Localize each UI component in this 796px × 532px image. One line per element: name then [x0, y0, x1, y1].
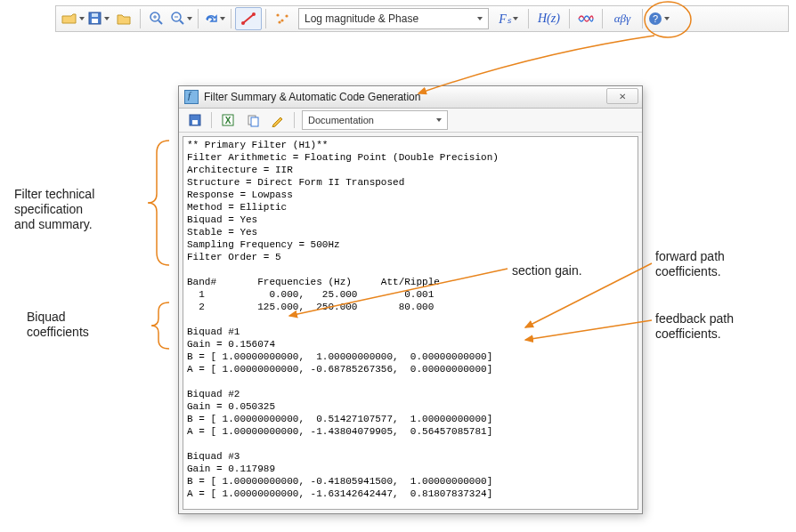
app-icon [184, 90, 199, 104]
main-toolbar: Log magnitude & Phase Fₛ H(z) αβγ ? [55, 5, 789, 32]
transfer-function-button[interactable]: H(z) [532, 8, 565, 29]
svg-point-15 [285, 14, 288, 17]
sampling-freq-button[interactable]: Fₛ [492, 8, 524, 29]
chevron-down-icon [664, 17, 670, 20]
zoom-in-icon [150, 12, 164, 26]
wave-button[interactable] [573, 8, 598, 29]
svg-rect-20 [192, 120, 198, 125]
svg-line-10 [243, 14, 254, 23]
close-button[interactable]: ✕ [606, 88, 638, 104]
doc-dropdown-label: Documentation [308, 115, 374, 125]
svg-point-13 [276, 13, 279, 16]
zoom-out-button[interactable] [169, 8, 194, 29]
greek-button[interactable]: αβγ [606, 8, 638, 29]
chevron-down-icon [79, 17, 85, 20]
annot-biquad: Biquad coefficients [27, 310, 89, 340]
browse-button[interactable] [111, 8, 136, 29]
scatter-icon [274, 12, 290, 26]
doc-dropdown[interactable]: Documentation [302, 110, 448, 130]
svg-rect-24 [251, 117, 258, 126]
svg-line-4 [158, 20, 162, 24]
line-diagonal-icon [240, 12, 256, 26]
line-tool-button[interactable] [235, 7, 262, 30]
annot-gain: section gain. [512, 263, 582, 278]
annot-fwd: forward path coefficients. [655, 249, 725, 279]
annot-spec: Filter technical specification and summa… [14, 187, 94, 232]
zoom-in-button[interactable] [144, 8, 169, 29]
chevron-down-icon [220, 17, 225, 20]
svg-point-14 [280, 19, 283, 21]
save-icon [88, 12, 102, 26]
hz-label: H(z) [538, 12, 560, 26]
code-output[interactable]: ** Primary Filter (H1)** Filter Arithmet… [183, 136, 638, 510]
copy-button[interactable] [240, 109, 265, 131]
dialog-titlebar[interactable]: Filter Summary & Automatic Code Generati… [179, 86, 642, 109]
wave-icon [578, 12, 594, 25]
export-excel-button[interactable]: X [215, 109, 240, 131]
scatter-button[interactable] [270, 8, 295, 29]
chevron-down-icon [104, 17, 110, 20]
close-icon: ✕ [619, 92, 626, 101]
svg-rect-2 [92, 13, 98, 17]
svg-rect-1 [92, 19, 98, 23]
save-button[interactable] [86, 8, 111, 29]
svg-text:X: X [224, 116, 231, 125]
filter-summary-dialog: Filter Summary & Automatic Code Generati… [178, 85, 643, 514]
view-dropdown-label: Log magnitude & Phase [305, 12, 418, 25]
annot-fbk: feedback path coefficients. [655, 311, 734, 342]
edit-button[interactable] [265, 109, 290, 131]
folder-open-icon [61, 12, 77, 25]
chevron-down-icon [477, 17, 483, 20]
copy-icon [247, 114, 260, 127]
chevron-down-icon [436, 118, 442, 122]
chevron-down-icon [513, 17, 518, 20]
redo-button[interactable] [202, 8, 227, 29]
redo-icon [204, 12, 218, 25]
help-button[interactable]: ? [646, 8, 671, 29]
folder-icon [117, 12, 131, 25]
dialog-toolbar: X Documentation [179, 109, 642, 133]
fs-label: Fₛ [499, 12, 511, 27]
view-dropdown[interactable]: Log magnitude & Phase [298, 8, 489, 29]
zoom-out-icon [171, 12, 185, 26]
excel-icon: X [222, 114, 235, 127]
abg-label: αβγ [614, 12, 630, 26]
pencil-icon [272, 114, 285, 127]
svg-point-16 [278, 20, 280, 23]
svg-line-8 [180, 20, 183, 24]
dialog-title: Filter Summary & Automatic Code Generati… [204, 91, 420, 103]
chevron-down-icon [187, 17, 192, 20]
svg-text:?: ? [653, 13, 658, 24]
save-icon [189, 114, 202, 127]
help-icon: ? [648, 12, 662, 26]
svg-point-11 [241, 21, 245, 25]
open-button[interactable] [60, 8, 86, 29]
dlg-save-button[interactable] [183, 109, 207, 131]
svg-point-12 [252, 12, 256, 16]
